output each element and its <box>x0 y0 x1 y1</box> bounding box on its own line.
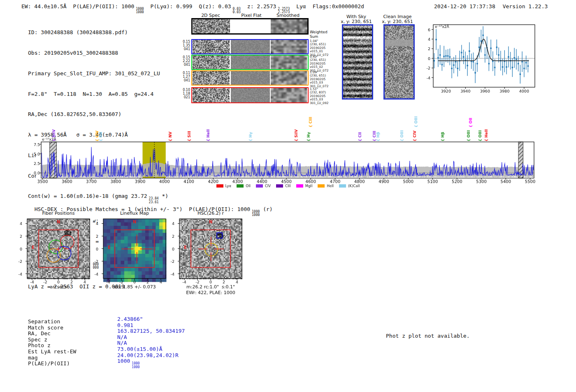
cutout-x-tick-label: -2 <box>43 280 47 284</box>
spec2d-right-label: 301_LU_092 <box>310 102 328 105</box>
legend-label: CIII <box>285 184 290 188</box>
emission-line-label: { OII <box>469 118 473 128</box>
compass-east-label: E <box>32 245 35 250</box>
compass-east-label: E <box>184 245 187 250</box>
match-value-text: 0.981 <box>117 322 133 328</box>
full-spectrum-canvas <box>36 139 540 183</box>
header-meta: 2024-12-20 17:37:38 Version 1.22.3 <box>434 3 548 9</box>
fit-x-tick-label: 3920 <box>441 89 451 93</box>
match-value-text: N/A <box>117 340 127 346</box>
cutout-xlabel-2: EWr: 422, PLAE: 1000 <box>186 290 235 295</box>
line-fit-plot-canvas <box>428 21 540 94</box>
spec2d-row-right-labels: 1.09"(230, 651)20190205v015_03301_LU_072 <box>310 71 328 88</box>
emission-line-label: { SiII <box>187 131 191 141</box>
spec2d-left-label: 0.15 <box>178 40 190 44</box>
spec2d-left-label: 0.15 <box>178 56 190 59</box>
spec2d-row <box>191 70 309 86</box>
match-row-value: 100010001000 <box>117 358 140 369</box>
weighted-sum-label: WeightedSum <box>310 21 327 43</box>
plae-fraction: 10001000 <box>136 7 144 14</box>
spec2d-row-pixelflat-image <box>231 88 270 102</box>
spec2d-row <box>191 39 309 54</box>
cutout-x-tick-label: 2 <box>70 280 73 284</box>
cutout-y-tick-label: -4 <box>19 271 22 276</box>
spectrum-x-tick-label: 4400 <box>257 179 267 184</box>
legend-label: OII <box>246 184 251 188</box>
emission-line-label: { OIII <box>467 130 471 141</box>
match-row-label: Photo z <box>28 342 51 348</box>
spec2d-row-2d-image <box>193 88 230 102</box>
cutout-y-tick-label: 0 <box>96 246 98 251</box>
with-sky-coords: x, y: 230, 651 <box>341 19 372 24</box>
spec2d-row-pixelflat-image <box>231 40 270 53</box>
match-row-value: 24.00(23.98,24.02)R <box>117 352 179 358</box>
emission-line-label: { SiIV <box>294 130 298 141</box>
with-sky-image <box>342 24 373 100</box>
spec2d-row-2d-image <box>193 71 230 85</box>
spec2d-row-left-labels: 0.101.18021 <box>178 88 190 99</box>
legend-label: MgII <box>305 184 313 188</box>
cutout-xlabel: arcsecs <box>50 284 67 290</box>
emission-line-label: { OIII <box>478 130 482 141</box>
fit-x-tick-label: 3940 <box>460 89 470 93</box>
spec2d-row <box>191 87 309 103</box>
spectrum-x-tick-label: 5200 <box>452 179 462 184</box>
spectrum-x-tick-label: 3800 <box>111 179 121 184</box>
emission-line-label: { Hγ <box>307 132 311 141</box>
match-row-value: 0.981 <box>117 322 133 328</box>
spec2d-row-2d-image <box>193 56 230 69</box>
spec2d-title-smoothed: Smoothed <box>276 13 300 18</box>
fit-x-tick-label: 4000 <box>519 89 529 93</box>
header-flags: Flags:0x0000002d <box>313 3 364 14</box>
cutout-y-tick-label: -2 <box>19 259 22 264</box>
cutout-x-tick-label: -4 <box>30 280 34 284</box>
legend-swatch <box>256 184 263 188</box>
spec2d-row-right-labels: 0.42"(230, 651)20190205v015_02301_LU_072 <box>310 55 328 72</box>
spectrum-y-tick-label: 5.0 <box>34 151 40 156</box>
info-primary-spec: Primary Spec_Slot_IFU_AMP: 301_052_072_L… <box>28 70 168 77</box>
match-row-label: Spec z <box>28 336 47 343</box>
spectrum-x-tick-label: 5300 <box>476 179 486 184</box>
match-value-text: N/A <box>117 334 127 340</box>
match-row-value: N/A <box>117 334 127 340</box>
spec2d-row-left-labels: 0.151.35041 <box>178 40 190 51</box>
header-plae: P(LAE)/P(OII): 100010001000 <box>73 3 144 14</box>
spectrum-x-tick-label: 5400 <box>501 179 511 184</box>
match-row-value: 163.827125, 50.834197 <box>117 328 185 334</box>
spectrum-x-tick-label: 3600 <box>62 179 72 184</box>
legend-item: HeII <box>318 184 334 188</box>
cutout-y-tick-label: 4 <box>96 221 98 226</box>
match-value-text: 73.00(±15.00)Å <box>117 346 163 352</box>
legend-label: (K)CaII <box>348 184 360 188</box>
legend-swatch <box>339 184 346 188</box>
header-ew: EW: 44.0±10.5Å <box>21 3 67 14</box>
spec2d-row-smoothed-image <box>271 40 307 53</box>
legend-item: CIII <box>276 184 290 188</box>
compass-north-label: N <box>133 220 136 224</box>
cutout-y-tick-label: -4 <box>95 271 98 276</box>
spectrum-x-tick-label: 4500 <box>281 179 291 184</box>
match-row-label: Est LyA rest-EW <box>28 348 76 355</box>
compass-north-label: N <box>57 220 60 224</box>
emission-line-label: { CII <box>358 132 362 141</box>
spectrum-x-tick-label: 3700 <box>86 179 96 184</box>
emission-line-label: { NV <box>168 132 172 141</box>
spec2d-left-label: 041 <box>178 63 190 67</box>
cutout-x-tick-label: 4 <box>236 280 238 284</box>
spectrum-x-tick-label: 3900 <box>135 179 145 184</box>
legend-swatch <box>276 184 283 188</box>
match-row-value: 2.43866" <box>117 316 143 322</box>
fit-y-tick-label: 0 <box>428 56 430 60</box>
header-version: Version 1.22.3 <box>503 3 548 9</box>
spectrum-x-tick-label: 4200 <box>208 179 218 184</box>
match-row-label: mag <box>28 355 37 361</box>
spectrum-x-tick-label: 5500 <box>525 179 535 184</box>
emission-line-label: { HeII <box>484 129 488 141</box>
cutout-y-tick-label: -2 <box>95 259 98 264</box>
match-value-text: 24.00(23.98,24.02)R <box>117 352 179 358</box>
spec2d-title-pixelflat: Pixel Flat <box>241 13 261 18</box>
compass-east-label: E <box>108 245 111 250</box>
legend-item: MgII <box>296 184 313 188</box>
spec2d-row-smoothed-image <box>271 71 307 85</box>
info-id: ID: 3002488388 (3002488388.pdf) <box>28 29 168 36</box>
